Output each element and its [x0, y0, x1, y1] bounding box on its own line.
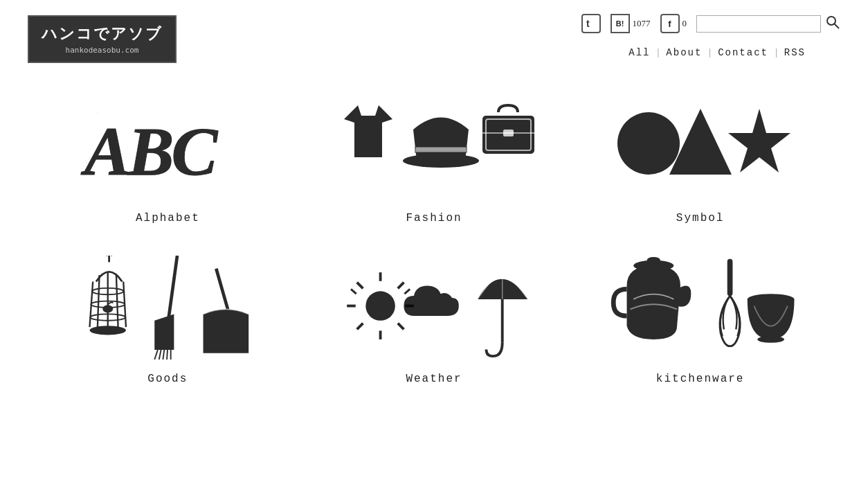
svg-point-34 [365, 291, 395, 321]
goods-svg [71, 256, 264, 360]
fashion-label: Fashion [406, 212, 462, 224]
social-icons: t B! 1077 f 0 [581, 14, 841, 33]
nav-about[interactable]: About [659, 47, 709, 58]
nav-contact[interactable]: Contact [711, 47, 775, 58]
kitchenware-svg [604, 256, 797, 360]
goods-label: Goods [147, 373, 188, 385]
header: ハンコでアソブ hankodeasobu.com t B! 1077 [0, 0, 868, 64]
svg-text:ABC: ABC [80, 113, 218, 190]
facebook-count: 0 [682, 18, 687, 29]
search-button[interactable] [825, 15, 840, 33]
weather-image [308, 252, 561, 363]
svg-line-44 [404, 289, 410, 294]
weather-label: Weather [406, 373, 462, 385]
nav-rss[interactable]: RSS [777, 47, 813, 58]
alphabet-svg: ABC [78, 98, 257, 195]
svg-line-40 [398, 324, 404, 330]
alphabet-label: Alphabet [136, 212, 200, 224]
logo-en-text: hankodeasobu.com [42, 46, 163, 55]
category-goods[interactable]: Goods [42, 252, 294, 385]
category-weather[interactable]: Weather [308, 252, 561, 385]
svg-point-25 [90, 326, 127, 335]
header-right: t B! 1077 f 0 [581, 14, 841, 64]
facebook-icon: f [660, 14, 680, 33]
hatena-button[interactable]: B! 1077 [611, 14, 651, 33]
svg-point-52 [747, 294, 794, 304]
svg-line-20 [116, 275, 118, 330]
svg-marker-15 [728, 109, 790, 172]
fashion-image [308, 91, 561, 202]
category-alphabet[interactable]: ABC Alphabet [42, 91, 294, 224]
svg-line-28 [155, 350, 159, 360]
svg-line-31 [167, 350, 168, 360]
svg-point-53 [757, 336, 784, 343]
svg-line-41 [398, 283, 404, 289]
twitter-icon: t [581, 14, 601, 33]
twitter-svg: t [585, 17, 597, 30]
hatena-b-label: B! [616, 19, 624, 28]
svg-point-26 [103, 305, 114, 312]
twitter-button[interactable]: t [581, 14, 601, 33]
category-fashion[interactable]: Fashion [308, 91, 561, 224]
goods-image [42, 252, 294, 363]
weather-svg [330, 256, 538, 360]
kitchenware-image [574, 252, 826, 363]
main-nav: All | About | Contact | RSS [594, 42, 840, 64]
svg-line-39 [357, 283, 363, 289]
svg-point-13 [617, 112, 680, 175]
kitchenware-label: kitchenware [656, 373, 745, 385]
svg-point-2 [827, 17, 835, 25]
svg-line-42 [357, 324, 363, 330]
svg-rect-7 [415, 147, 467, 152]
hatena-count: 1077 [633, 18, 651, 29]
symbol-label: Symbol [676, 212, 725, 224]
symbol-svg [611, 98, 790, 195]
facebook-button[interactable]: f 0 [660, 14, 687, 33]
svg-line-29 [159, 350, 161, 360]
svg-line-3 [835, 24, 840, 28]
logo-jp-text: ハンコでアソブ [42, 24, 163, 44]
site-logo[interactable]: ハンコでアソブ hankodeasobu.com [28, 15, 177, 63]
svg-line-30 [163, 350, 165, 360]
category-kitchenware[interactable]: kitchenware [574, 252, 826, 385]
facebook-f-label: f [668, 19, 671, 29]
svg-line-43 [351, 289, 356, 294]
category-symbol[interactable]: Symbol [574, 91, 826, 224]
hatena-icon: B! [611, 14, 630, 33]
category-grid: ABC Alphabet [0, 64, 868, 427]
alphabet-image: ABC [42, 91, 294, 202]
svg-rect-51 [727, 259, 732, 296]
symbol-image [574, 91, 826, 202]
search-bar [696, 15, 840, 33]
svg-text:t: t [586, 18, 590, 29]
nav-all[interactable]: All [622, 47, 657, 58]
search-input[interactable] [696, 15, 821, 33]
svg-line-33 [217, 269, 230, 315]
search-icon [825, 15, 840, 30]
svg-point-50 [647, 257, 660, 264]
fashion-svg [330, 98, 538, 195]
svg-line-18 [98, 275, 100, 330]
